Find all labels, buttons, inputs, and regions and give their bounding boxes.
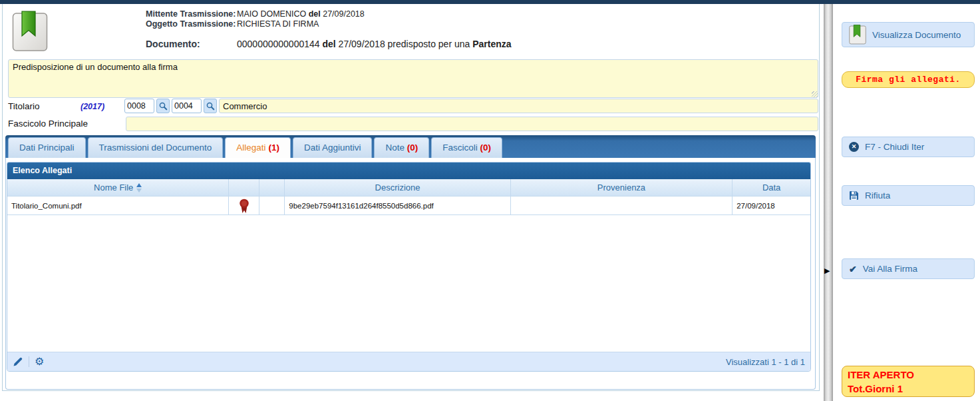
column-header-nome-file[interactable]: Nome File bbox=[7, 179, 229, 196]
tab-trasmissioni[interactable]: Trasmissioni del Documento bbox=[88, 137, 224, 158]
textarea-resize-grip[interactable] bbox=[812, 91, 818, 97]
pagination-status: Visualizzati 1 - 1 di 1 bbox=[726, 357, 805, 367]
titolario-code2-input[interactable] bbox=[172, 99, 202, 113]
column-header-descrizione[interactable]: Descrizione bbox=[285, 179, 510, 196]
oggetto-value: RICHIESTA DI FIRMA bbox=[237, 19, 319, 29]
grid-empty-area bbox=[7, 214, 810, 352]
chiudi-iter-label: F7 - Chiudi Iter bbox=[865, 142, 924, 152]
cell-data[interactable]: 27/09/2018 bbox=[733, 197, 810, 214]
oggetto-label: Oggetto Trasmissione: bbox=[146, 19, 237, 29]
grid-title: Elenco Allegati bbox=[7, 163, 810, 179]
titolario-year: (2017) bbox=[81, 102, 104, 111]
gear-icon[interactable]: ⚙ bbox=[35, 356, 44, 367]
rifiuta-label: Rifiuta bbox=[865, 191, 890, 200]
splitter-collapse-icon[interactable]: ▶ bbox=[824, 267, 830, 274]
cell-seal bbox=[229, 197, 259, 214]
mittente-row: Mittente Trasmissione: MAIO DOMENICO del… bbox=[146, 9, 365, 19]
close-circle-icon: ✕ bbox=[849, 142, 859, 152]
document-bookmark-icon bbox=[849, 25, 866, 45]
tab-dati-principali[interactable]: Dati Principali bbox=[8, 137, 86, 158]
tab-fascicoli[interactable]: Fascicoli (0) bbox=[431, 137, 502, 158]
firma-allegati-label: Firma gli allegati. bbox=[856, 75, 961, 85]
column-header-data[interactable]: Data bbox=[733, 179, 810, 196]
titolario-code1-search-icon[interactable] bbox=[156, 99, 170, 113]
allegati-tab-panel: Elenco Allegati Nome File Descrizione Pr… bbox=[5, 158, 816, 390]
visualizza-documento-button[interactable]: Visualizza Documento bbox=[842, 22, 975, 47]
rifiuta-button[interactable]: Rifiuta bbox=[842, 185, 975, 206]
vai-alla-firma-button[interactable]: ✔ Vai Alla Firma bbox=[842, 258, 975, 279]
action-sidebar: Visualizza Documento Firma gli allegati.… bbox=[833, 4, 980, 401]
titolario-code2-search-icon[interactable] bbox=[204, 99, 217, 113]
documento-row: Documento: 0000000000000144 del 27/09/20… bbox=[146, 39, 512, 49]
grid-footer-bar: ⚙ Visualizzati 1 - 1 di 1 bbox=[7, 352, 810, 371]
edit-pencil-icon[interactable] bbox=[13, 356, 23, 367]
column-header-extra bbox=[259, 179, 285, 196]
column-header-provenienza[interactable]: Provenienza bbox=[511, 179, 733, 196]
grid-header-row: Nome File Descrizione Provenienza Data bbox=[7, 179, 810, 196]
cell-extra bbox=[259, 197, 285, 214]
summary-textarea[interactable]: Predisposizione di un documento alla fir… bbox=[8, 59, 818, 98]
vai-alla-firma-label: Vai Alla Firma bbox=[863, 264, 917, 274]
mittente-label: Mittente Trasmissione: bbox=[146, 9, 237, 19]
cell-nome-file[interactable]: Titolario_Comuni.pdf bbox=[7, 197, 229, 214]
tab-dati-aggiuntivi[interactable]: Dati Aggiuntivi bbox=[293, 137, 373, 158]
document-tabbar: Dati Principali Trasmissioni del Documen… bbox=[5, 135, 816, 158]
mittente-value: MAIO DOMENICO del 27/09/2018 bbox=[237, 9, 365, 19]
iter-status-line2: Tot.Giorni 1 bbox=[848, 382, 969, 396]
cell-descrizione[interactable]: 9be29eb7594f13161d264f8550d5d866.pdf bbox=[285, 197, 510, 214]
document-bookmark-icon bbox=[12, 11, 48, 52]
column-header-seal bbox=[229, 179, 259, 196]
fascicolo-input[interactable] bbox=[126, 117, 818, 131]
documento-label: Documento: bbox=[146, 39, 237, 49]
titolario-description-input[interactable] bbox=[219, 99, 818, 113]
panel-splitter[interactable] bbox=[824, 4, 833, 401]
checkmark-icon: ✔ bbox=[849, 264, 857, 274]
visualizza-documento-label: Visualizza Documento bbox=[872, 30, 961, 40]
chiudi-iter-button[interactable]: ✕ F7 - Chiudi Iter bbox=[842, 137, 975, 157]
footer-divider bbox=[29, 356, 29, 367]
fascicolo-label: Fascicolo Principale bbox=[8, 119, 88, 129]
oggetto-row: Oggetto Trasmissione: RICHIESTA DI FIRMA bbox=[146, 19, 319, 29]
table-row[interactable]: Titolario_Comuni.pdf 9be29eb7594f13161d2… bbox=[7, 196, 810, 214]
sort-arrows-icon[interactable] bbox=[136, 183, 142, 193]
documento-value: 0000000000000144 del 27/09/2018 predispo… bbox=[237, 39, 512, 49]
iter-status-badge: ITER APERTO Tot.Giorni 1 bbox=[842, 366, 975, 397]
red-seal-icon bbox=[238, 197, 251, 214]
save-floppy-icon bbox=[849, 191, 859, 200]
firma-allegati-badge: Firma gli allegati. bbox=[842, 71, 975, 88]
titolario-code1-input[interactable] bbox=[124, 99, 154, 113]
iter-status-line1: ITER APERTO bbox=[848, 368, 969, 382]
tab-allegati[interactable]: Allegati (1) bbox=[225, 137, 291, 158]
allegati-grid: Elenco Allegati Nome File Descrizione Pr… bbox=[7, 162, 811, 372]
titolario-label: Titolario bbox=[8, 101, 40, 111]
tab-note[interactable]: Note (0) bbox=[374, 137, 429, 158]
cell-provenienza[interactable] bbox=[511, 197, 733, 214]
